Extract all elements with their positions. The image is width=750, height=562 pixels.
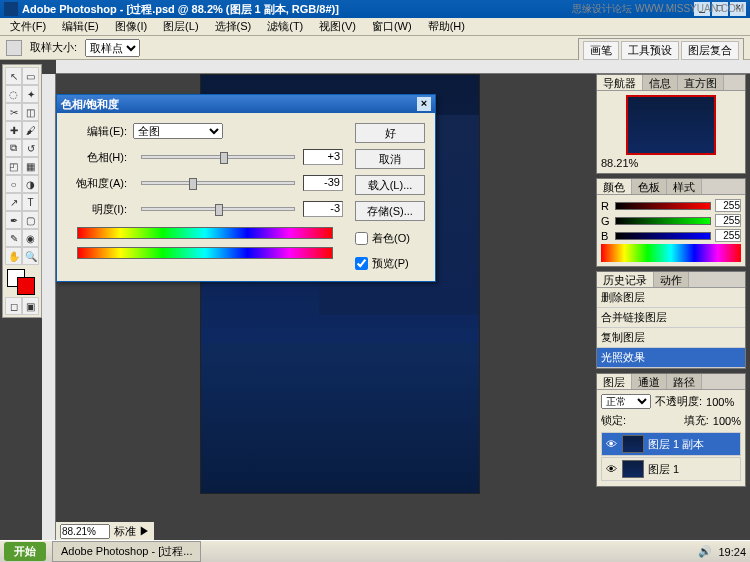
visibility-icon[interactable]: 👁: [604, 438, 618, 450]
visibility-icon[interactable]: 👁: [604, 463, 618, 475]
preview-checkbox[interactable]: [355, 257, 368, 270]
type-tool[interactable]: T: [22, 193, 39, 211]
history-item-selected[interactable]: 光照效果: [597, 348, 745, 368]
zoom-input[interactable]: [60, 524, 110, 539]
menu-filter[interactable]: 滤镜(T): [261, 18, 309, 35]
dock-tool-presets[interactable]: 工具预设: [621, 41, 679, 60]
shape-tool[interactable]: ▢: [22, 211, 39, 229]
history-item[interactable]: 合并链接图层: [597, 308, 745, 328]
quickmask-tool[interactable]: ◻: [5, 297, 22, 315]
tab-color[interactable]: 颜色: [597, 179, 632, 194]
layer-row-selected[interactable]: 👁 图层 1 副本: [601, 432, 741, 456]
menu-file[interactable]: 文件(F): [4, 18, 52, 35]
history-item[interactable]: 复制图层: [597, 328, 745, 348]
hue-label: 色相(H):: [67, 150, 127, 165]
tab-swatches[interactable]: 色板: [632, 179, 667, 194]
zoom-mode[interactable]: 标准 ▶: [114, 524, 150, 539]
screenmode-tool[interactable]: ▣: [22, 297, 39, 315]
menu-select[interactable]: 选择(S): [209, 18, 258, 35]
zoom-tool[interactable]: 🔍: [22, 247, 39, 265]
r-value[interactable]: 255: [715, 199, 741, 212]
start-button[interactable]: 开始: [4, 542, 46, 561]
sat-value[interactable]: -39: [303, 175, 343, 191]
path-tool[interactable]: ↗: [5, 193, 22, 211]
light-value[interactable]: -3: [303, 201, 343, 217]
tab-channels[interactable]: 通道: [632, 374, 667, 389]
canvas-image-pool: [201, 343, 479, 493]
light-slider[interactable]: [141, 207, 295, 211]
layers-panel: 图层 通道 路径 正常 不透明度: 100% 锁定: 填充: 100% 👁: [596, 373, 746, 487]
blend-mode-select[interactable]: 正常: [601, 394, 651, 409]
navigator-zoom[interactable]: 88.21%: [601, 157, 741, 169]
sample-size-select[interactable]: 取样点: [85, 39, 140, 57]
menu-view[interactable]: 视图(V): [313, 18, 362, 35]
blur-tool[interactable]: ○: [5, 175, 22, 193]
layer-name: 图层 1: [648, 462, 679, 477]
brush-tool[interactable]: 🖌: [22, 121, 39, 139]
b-value[interactable]: 255: [715, 229, 741, 242]
cancel-button[interactable]: 取消: [355, 149, 425, 169]
history-item[interactable]: 删除图层: [597, 288, 745, 308]
hue-slider[interactable]: [141, 155, 295, 159]
tab-info[interactable]: 信息: [643, 75, 678, 90]
menubar: 文件(F) 编辑(E) 图像(I) 图层(L) 选择(S) 滤镜(T) 视图(V…: [0, 18, 750, 36]
stamp-tool[interactable]: ⧉: [5, 139, 22, 157]
color-spectrum[interactable]: [601, 244, 741, 262]
hand-tool[interactable]: ✋: [5, 247, 22, 265]
tab-navigator[interactable]: 导航器: [597, 75, 643, 90]
dock-layer-comps[interactable]: 图层复合: [681, 41, 739, 60]
heal-tool[interactable]: ✚: [5, 121, 22, 139]
sat-slider[interactable]: [141, 181, 295, 185]
taskbar: 开始 Adobe Photoshop - [过程... 🔊 19:24: [0, 540, 750, 562]
move-tool[interactable]: ↖: [5, 67, 22, 85]
color-swatch[interactable]: [5, 269, 39, 297]
lasso-tool[interactable]: ◌: [5, 85, 22, 103]
ok-button[interactable]: 好: [355, 123, 425, 143]
dock-brushes[interactable]: 画笔: [583, 41, 619, 60]
save-button[interactable]: 存储(S)...: [355, 201, 425, 221]
navigator-thumbnail[interactable]: [626, 95, 716, 155]
tab-paths[interactable]: 路径: [667, 374, 702, 389]
wand-tool[interactable]: ✦: [22, 85, 39, 103]
tab-history[interactable]: 历史记录: [597, 272, 654, 287]
menu-layer[interactable]: 图层(L): [157, 18, 204, 35]
pen-tool[interactable]: ✒: [5, 211, 22, 229]
gradient-tool[interactable]: ▦: [22, 157, 39, 175]
colorize-checkbox[interactable]: [355, 232, 368, 245]
g-label: G: [601, 215, 611, 227]
menu-help[interactable]: 帮助(H): [422, 18, 471, 35]
background-color[interactable]: [17, 277, 35, 295]
notes-tool[interactable]: ✎: [5, 229, 22, 247]
hue-value[interactable]: +3: [303, 149, 343, 165]
load-button[interactable]: 载入(L)...: [355, 175, 425, 195]
opacity-value[interactable]: 100%: [706, 396, 734, 408]
tab-actions[interactable]: 动作: [654, 272, 689, 287]
edit-select[interactable]: 全图: [133, 123, 223, 139]
marquee-tool[interactable]: ▭: [22, 67, 39, 85]
eyedropper-tool[interactable]: ◉: [22, 229, 39, 247]
fill-value[interactable]: 100%: [713, 415, 741, 427]
tray-icon[interactable]: 🔊: [698, 545, 712, 558]
taskbar-task[interactable]: Adobe Photoshop - [过程...: [52, 541, 201, 562]
toolbox: ↖▭ ◌✦ ✂◫ ✚🖌 ⧉↺ ◰▦ ○◑ ↗T ✒▢ ✎◉ ✋🔍 ◻▣: [2, 64, 42, 318]
menu-edit[interactable]: 编辑(E): [56, 18, 105, 35]
tab-layers[interactable]: 图层: [597, 374, 632, 389]
eraser-tool[interactable]: ◰: [5, 157, 22, 175]
menu-image[interactable]: 图像(I): [109, 18, 153, 35]
layer-row[interactable]: 👁 图层 1: [601, 457, 741, 481]
menu-window[interactable]: 窗口(W): [366, 18, 418, 35]
dialog-close-button[interactable]: ×: [417, 97, 431, 111]
g-value[interactable]: 255: [715, 214, 741, 227]
workspace: ↖▭ ◌✦ ✂◫ ✚🖌 ⧉↺ ◰▦ ○◑ ↗T ✒▢ ✎◉ ✋🔍 ◻▣ 标准 ▶…: [0, 60, 750, 540]
slice-tool[interactable]: ◫: [22, 103, 39, 121]
history-brush-tool[interactable]: ↺: [22, 139, 39, 157]
crop-tool[interactable]: ✂: [5, 103, 22, 121]
tab-styles[interactable]: 样式: [667, 179, 702, 194]
g-slider[interactable]: [615, 217, 711, 225]
opacity-label: 不透明度:: [655, 394, 702, 409]
b-slider[interactable]: [615, 232, 711, 240]
r-slider[interactable]: [615, 202, 711, 210]
dodge-tool[interactable]: ◑: [22, 175, 39, 193]
r-label: R: [601, 200, 611, 212]
tab-histogram[interactable]: 直方图: [678, 75, 724, 90]
